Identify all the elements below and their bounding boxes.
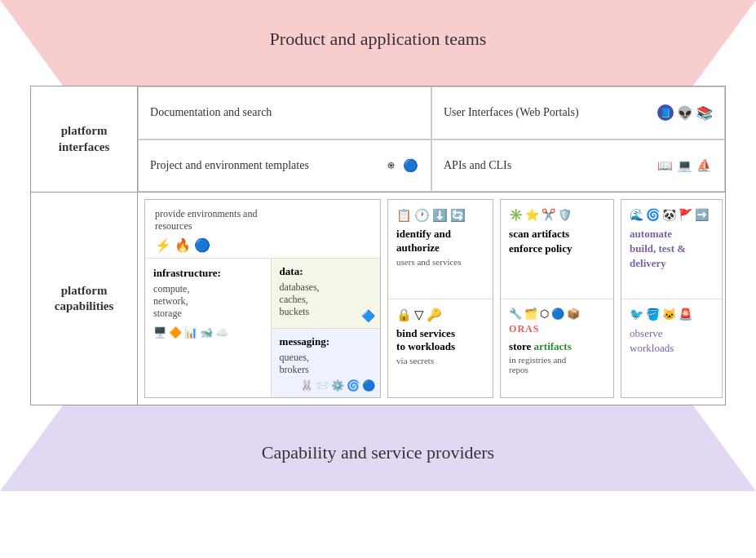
asterisk-icon: ✳️ (509, 208, 523, 222)
identity-top-icons: 📋 🕐 ⬇️ 🔄 (396, 208, 466, 223)
solace-icon: 🔵 (362, 379, 375, 392)
nutanix-icon: 📊 (184, 326, 197, 339)
bind-title: bind services to workloads (396, 327, 455, 355)
oras-icon2: 🗂️ (524, 308, 537, 321)
doc-search-label: Documentation and search (150, 106, 419, 119)
cat-icon: 🐱 (662, 308, 676, 321)
nats-icon: 📨 (316, 379, 329, 392)
observe-section: 🐦 🪣 🐱 🚨 observe workloads (621, 299, 722, 398)
infrastructure-block: infrastructure: compute, network, storag… (145, 259, 272, 397)
docker-icon: 🐋 (200, 326, 213, 339)
key-icon: 🔑 (427, 308, 442, 322)
clock-icon: 🕐 (414, 208, 430, 223)
scissors-icon: ✂️ (542, 208, 555, 222)
scan-title: scan artifacts enforce policy (509, 227, 605, 256)
wave-icon: 🌊 (630, 208, 643, 222)
arrow-icon: ➡️ (695, 208, 709, 222)
provide-icons: ⚡ 🔥 🔵 (155, 237, 370, 253)
fire-icon: 🔥 (175, 237, 191, 253)
provide-label: provide environments and resources (155, 208, 370, 232)
messaging-block: messaging: queues, brokers 🐰 📨 ⚙️ 🌀 🔵 (272, 329, 381, 398)
user-interfaces-icons: 📘 👽 📚 (657, 104, 713, 121)
automate-title: automate build, test & delivery (630, 227, 714, 272)
oras-icon5: 📦 (567, 308, 580, 321)
project-env-icons: ⎈ 🔵 (383, 157, 419, 174)
top-banner-label: Product and application teams (270, 29, 487, 50)
scan-bottom-icons: 🔧 🗂️ ⬡ 🔵 📦 ORAS (509, 308, 605, 335)
alert-icon: 🚨 (679, 308, 692, 321)
project-env-cell: Project and environment templates ⎈ 🔵 (138, 140, 431, 193)
oras-icon3: ⬡ (540, 308, 549, 321)
bind-subtitle: via secrets (396, 356, 434, 365)
scan-block: ✳️ ⭐ ✂️ 🛡️ scan artifacts enforce policy… (500, 199, 614, 398)
oras-icon4: 🔵 (551, 308, 564, 321)
data-messaging-block: data: databases, caches, buckets 🔷 messa… (272, 259, 381, 397)
doc-search-cell: Documentation and search (138, 86, 431, 140)
bottom-banner: Capability and service providers (0, 405, 756, 491)
infrastructure-title: infrastructure: (153, 267, 263, 280)
bind-section: 🔒 ▽ 🔑 bind services to workloads via sec… (388, 299, 493, 398)
scan-bottom: 🔧 🗂️ ⬡ 🔵 📦 ORAS store artifacts (501, 299, 613, 398)
star-icon: ⭐ (525, 208, 539, 222)
list-icon: 📋 (396, 208, 412, 223)
store-artifacts-text: artifacts (534, 340, 572, 352)
azure-icon: ☁️ (215, 326, 228, 339)
store-title: store artifacts (509, 340, 605, 353)
automate-icons: 🌊 🌀 🐼 🚩 ➡️ (630, 208, 714, 222)
helm-icon: ⎈ (383, 157, 400, 174)
identity-block: 📋 🕐 ⬇️ 🔄 identify and authorize users an… (387, 199, 493, 398)
data-title: data: (280, 265, 373, 278)
scan-top-icons: ✳️ ⭐ ✂️ 🛡️ (509, 208, 605, 222)
refresh-icon: 🔄 (450, 208, 466, 223)
interfaces-grid: Documentation and search User Interfaces… (137, 86, 725, 192)
infra-data-bottom: infrastructure: compute, network, storag… (145, 259, 380, 397)
panda-icon: 🐼 (662, 208, 676, 222)
messaging-desc: queues, brokers (280, 352, 373, 376)
automate-block: 🌊 🌀 🐼 🚩 ➡️ automate build, test & delive… (621, 199, 723, 398)
secrets-icon: 🔒 (396, 308, 412, 322)
terminal-icon: 💻 (677, 157, 693, 174)
apis-clis-cell: APIs and CLIs 📖 💻 ⛵ (431, 140, 725, 193)
bird-icon: 🐦 (630, 308, 643, 321)
identity-bottom-icons: 🔒 ▽ 🔑 (396, 308, 442, 322)
data-desc: databases, caches, buckets (280, 281, 373, 318)
user-interfaces-label: User Interfaces (Web Portals) (444, 106, 651, 119)
infra-icons-row: 🖥️ 🔶 📊 🐋 ☁️ (153, 326, 263, 339)
platform-interfaces-label: platform interfaces (31, 86, 137, 192)
observe-title: observe workloads (630, 326, 714, 356)
infrastructure-desc: compute, network, storage (153, 283, 263, 320)
flag-icon: 🚩 (679, 208, 692, 222)
download-icon: ⬇️ (432, 208, 448, 223)
venafi-icon: 🔷 (361, 309, 375, 323)
pulsar-icon: 🌀 (347, 379, 360, 392)
automate-section: 🌊 🌀 🐼 🚩 ➡️ automate build, test & delive… (621, 200, 722, 299)
messaging-icons: 🐰 📨 ⚙️ 🌀 🔵 (300, 379, 375, 392)
identify-section: 📋 🕐 ⬇️ 🔄 identify and authorize users an… (388, 200, 493, 299)
identify-title: identify and authorize (396, 228, 451, 255)
platform-interfaces-row: platform interfaces Documentation and se… (31, 86, 725, 193)
oras-text: ORAS (509, 323, 539, 335)
provide-environments-section: provide environments and resources ⚡ 🔥 🔵 (145, 200, 380, 259)
middle-section: platform interfaces Documentation and se… (30, 86, 726, 405)
main-container: Product and application teams platform i… (0, 0, 756, 558)
project-env-label: Project and environment templates (150, 159, 377, 172)
top-banner: Product and application teams (0, 0, 756, 86)
bucket-icon: 🪣 (646, 308, 660, 321)
book-icon: 📚 (696, 104, 713, 121)
scan-top: ✳️ ⭐ ✂️ 🛡️ scan artifacts enforce policy (501, 200, 613, 299)
user-interfaces-cell: User Interfaces (Web Portals) 📘 👽 📚 (431, 86, 725, 140)
alien-icon: 👽 (677, 104, 693, 121)
observe-icons: 🐦 🪣 🐱 🚨 (630, 308, 714, 321)
crossplane-icon: 🔵 (403, 157, 419, 174)
store-desc: in registries and repos (509, 355, 605, 374)
apis-clis-icons: 📖 💻 ⛵ (657, 157, 713, 174)
swagger-icon: 📖 (657, 157, 674, 174)
lightning-icon: ⚡ (155, 237, 171, 253)
capabilities-content: provide environments and resources ⚡ 🔥 🔵… (137, 193, 725, 405)
ship-icon: ⛵ (696, 157, 713, 174)
vmware-icon: 🖥️ (153, 326, 166, 339)
vsphere-icon: 🔶 (169, 326, 182, 339)
platform-capabilities-row: platform capabilities provide environmen… (31, 193, 725, 405)
kafka-icon: ⚙️ (331, 379, 344, 392)
platform-capabilities-label: platform capabilities (31, 193, 137, 405)
